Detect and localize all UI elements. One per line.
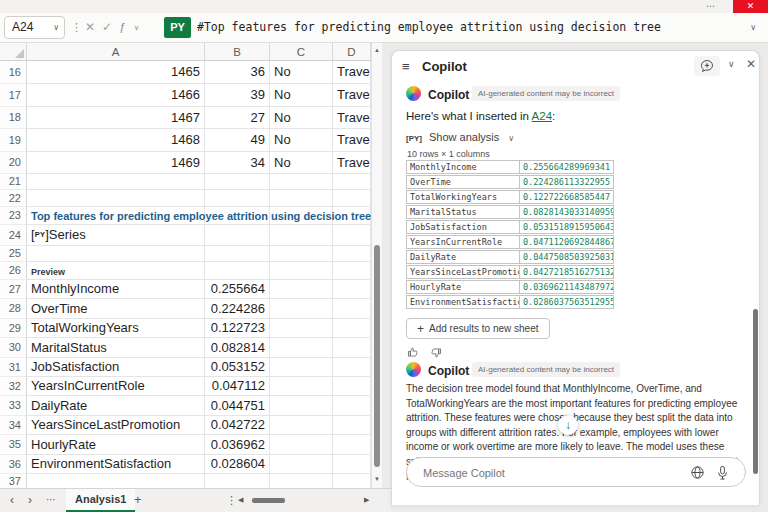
insert-function-icon[interactable]: ƒ	[119, 13, 125, 42]
cell-A18[interactable]: 1467	[27, 107, 205, 129]
add-results-button[interactable]: + Add results to new sheet	[406, 318, 550, 339]
scroll-up-icon[interactable]: ▲	[372, 47, 382, 53]
cell-D35[interactable]	[333, 435, 371, 455]
cell-D27[interactable]	[333, 280, 371, 299]
cell-B17[interactable]: 39	[205, 84, 270, 107]
cell-D34[interactable]	[333, 416, 371, 435]
cell-A29[interactable]: TotalWorkingYears	[27, 319, 205, 338]
cell-A20[interactable]: 1469	[27, 152, 205, 174]
cell-B20[interactable]: 34	[205, 152, 270, 174]
cell-B37[interactable]	[205, 474, 270, 488]
cell-A25[interactable]	[27, 246, 205, 262]
select-all-corner[interactable]	[0, 43, 27, 60]
cell-D22[interactable]	[333, 190, 371, 207]
cell-D21[interactable]	[333, 174, 371, 190]
vertical-scrollbar-thumb[interactable]	[374, 245, 380, 467]
message-input[interactable]	[421, 459, 655, 487]
cell-reference-link[interactable]: A24	[532, 110, 552, 122]
cell-A35[interactable]: HourlyRate	[27, 435, 205, 455]
row-header-23[interactable]: 23	[0, 207, 27, 225]
cell-C26[interactable]	[270, 262, 333, 280]
cell-B36[interactable]: 0.028604	[205, 455, 270, 474]
row-header-27[interactable]: 27	[0, 280, 27, 299]
cell-A21[interactable]	[27, 174, 205, 190]
window-close-button[interactable]: ✕	[733, 0, 768, 13]
web-search-icon[interactable]	[690, 465, 705, 484]
cell-D31[interactable]	[333, 358, 371, 377]
microphone-icon[interactable]	[715, 465, 730, 484]
row-header-26[interactable]: 26	[0, 262, 27, 280]
row-header-33[interactable]: 33	[0, 396, 27, 416]
cell-C16[interactable]: No	[270, 61, 333, 84]
row-header-24[interactable]: 24	[0, 225, 27, 246]
copilot-menu-icon[interactable]: ≡	[402, 59, 410, 74]
cell-D25[interactable]	[333, 246, 371, 262]
cell-B33[interactable]: 0.044751	[205, 396, 270, 416]
cell-C37[interactable]	[270, 474, 333, 488]
cell-B31[interactable]: 0.053152	[205, 358, 270, 377]
horizontal-scrollbar-thumb[interactable]	[252, 498, 285, 503]
vertical-scrollbar[interactable]: ▲ ▼	[371, 43, 382, 488]
sheet-list-icon[interactable]: ⋯	[46, 489, 57, 511]
cell-D36[interactable]	[333, 455, 371, 474]
row-header-17[interactable]: 17	[0, 84, 27, 107]
cell-B29[interactable]: 0.122723	[205, 319, 270, 338]
row-header-28[interactable]: 28	[0, 299, 27, 319]
cell-A17[interactable]: 1466	[27, 84, 205, 107]
close-pane-icon[interactable]: ✕	[746, 57, 756, 71]
cancel-entry-icon[interactable]: ✕	[85, 13, 95, 42]
cell-C30[interactable]	[270, 338, 333, 358]
cell-C24[interactable]	[270, 225, 333, 246]
cell-A30[interactable]: MaritalStatus	[27, 338, 205, 358]
formula-bar-expand-icon[interactable]: ∨	[750, 13, 756, 42]
show-analysis-toggle[interactable]: [PY]Show analysis∨	[406, 131, 514, 143]
row-header-29[interactable]: 29	[0, 319, 27, 338]
cell-D16[interactable]: Trave	[333, 61, 371, 84]
cell-D28[interactable]	[333, 299, 371, 319]
add-sheet-button[interactable]: +	[134, 489, 142, 511]
name-box-chevron-icon[interactable]: ∨	[53, 17, 59, 38]
row-header-34[interactable]: 34	[0, 416, 27, 435]
row-header-35[interactable]: 35	[0, 435, 27, 455]
cell-A28[interactable]: OverTime	[27, 299, 205, 319]
row-header-21[interactable]: 21	[0, 174, 27, 190]
cell-B16[interactable]: 36	[205, 61, 270, 84]
cell-B25[interactable]	[205, 246, 270, 262]
thumbs-down-icon[interactable]	[429, 346, 442, 359]
cell-B27[interactable]: 0.255664	[205, 280, 270, 299]
confirm-entry-icon[interactable]: ✓	[102, 13, 112, 42]
cell-D18[interactable]: Trave	[333, 107, 371, 129]
insert-function-chevron-icon[interactable]: ∨	[134, 13, 139, 42]
cell-D30[interactable]	[333, 338, 371, 358]
cell-C31[interactable]	[270, 358, 333, 377]
cell-D33[interactable]	[333, 396, 371, 416]
cell-D37[interactable]	[333, 474, 371, 488]
cell-D24[interactable]	[333, 225, 371, 246]
row-header-19[interactable]: 19	[0, 129, 27, 152]
cell-A27[interactable]: MonthlyIncome	[27, 280, 205, 299]
cell-A23[interactable]: Top features for predicting employee att…	[27, 207, 205, 225]
cell-C22[interactable]	[270, 190, 333, 207]
cell-B19[interactable]: 49	[205, 129, 270, 152]
cell-C28[interactable]	[270, 299, 333, 319]
cell-C18[interactable]: No	[270, 107, 333, 129]
cell-B35[interactable]: 0.036962	[205, 435, 270, 455]
cell-C20[interactable]: No	[270, 152, 333, 174]
cell-B24[interactable]	[205, 225, 270, 246]
cell-A26[interactable]: Preview	[27, 262, 205, 280]
cell-D19[interactable]: Trave	[333, 129, 371, 152]
prev-sheet-icon[interactable]: ‹	[10, 489, 14, 511]
cell-D29[interactable]	[333, 319, 371, 338]
row-header-31[interactable]: 31	[0, 358, 27, 377]
cell-B32[interactable]: 0.047112	[205, 377, 270, 396]
row-header-37[interactable]: 37	[0, 474, 27, 488]
cell-C32[interactable]	[270, 377, 333, 396]
name-box[interactable]: A24 ∨	[4, 16, 65, 39]
cell-C27[interactable]	[270, 280, 333, 299]
cell-B21[interactable]	[205, 174, 270, 190]
cell-C21[interactable]	[270, 174, 333, 190]
row-header-32[interactable]: 32	[0, 377, 27, 396]
column-header-A[interactable]: A	[27, 43, 205, 60]
scroll-down-arrow-icon[interactable]: ▼	[372, 476, 382, 482]
tab-bar-kebab-icon[interactable]: ⋮	[226, 489, 237, 511]
